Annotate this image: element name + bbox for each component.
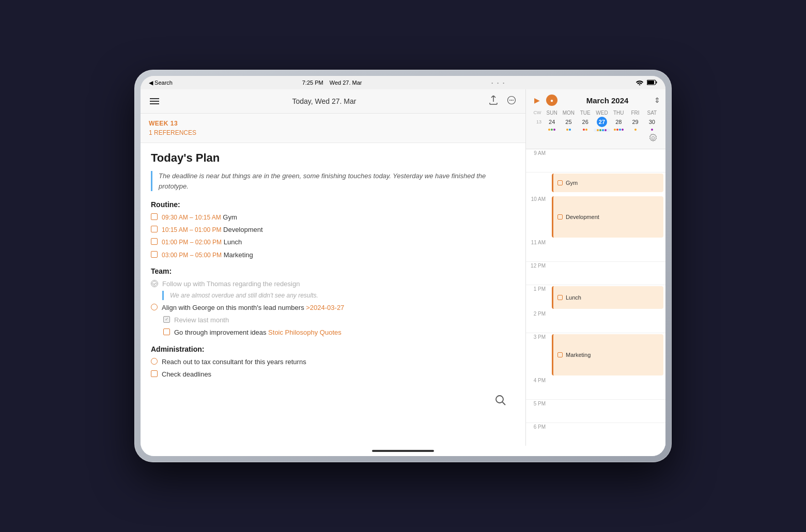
task-checkbox-gym[interactable] xyxy=(151,213,158,220)
event-checkbox-lunch[interactable] xyxy=(557,295,563,300)
task-checkbox-deadlines[interactable] xyxy=(151,370,158,377)
notes-body[interactable]: Today's Plan The deadline is near but th… xyxy=(141,143,525,446)
cal-dots-29 xyxy=(627,129,643,132)
task-done-circle[interactable] xyxy=(151,280,158,287)
team-section: Team: Follow up with Thomas regarding th… xyxy=(151,267,515,338)
device-frame: ◀ Search 7:25 PM Wed 27. Mar • • • xyxy=(134,70,672,462)
task-checkbox-lunch[interactable] xyxy=(151,238,158,245)
time-slot-9am xyxy=(550,149,665,172)
day-header-sat: SAT xyxy=(644,110,660,116)
time-row-5pm: 5 PM xyxy=(526,400,665,423)
task-george: Align with George on this month's lead n… xyxy=(151,303,515,312)
time-slot-2pm xyxy=(550,310,665,333)
time-label-9am: 9 AM xyxy=(526,149,550,156)
time-row-11am: 11 AM xyxy=(526,239,665,262)
time-row-9am: 9 AM xyxy=(526,149,665,173)
svg-line-9 xyxy=(503,402,506,405)
status-time: 7:25 PM xyxy=(302,80,323,86)
time-row-12pm: 12 PM xyxy=(526,262,665,285)
blockquote: The deadline is near but things are in t… xyxy=(151,171,515,191)
day-header-wed: WED xyxy=(594,110,610,116)
cal-forward-button[interactable]: ▶ xyxy=(531,95,543,105)
svg-rect-2 xyxy=(656,81,657,83)
cal-day-24[interactable]: 24 xyxy=(544,118,560,126)
event-development[interactable]: Development xyxy=(552,196,663,238)
calendar-panel: ▶ ● March 2024 ⇕ CW SUN MON TUE WED THU xyxy=(526,89,665,446)
task-lunch: 01:00 PM – 02:00 PM Lunch xyxy=(151,238,515,247)
time-label-1pm: 1 PM xyxy=(526,285,550,292)
time-label-gym-empty xyxy=(526,173,550,174)
stoic-link[interactable]: Stoic Philosophy Quotes xyxy=(268,328,342,336)
cw-header: CW xyxy=(531,110,544,116)
task-thomas: Follow up with Thomas regarding the rede… xyxy=(151,279,515,300)
event-lunch[interactable]: Lunch xyxy=(552,286,663,309)
menu-button[interactable] xyxy=(148,96,161,106)
mini-calendar: ▶ ● March 2024 ⇕ CW SUN MON TUE WED THU xyxy=(526,89,665,149)
cal-expand-button[interactable]: ⇕ xyxy=(654,96,660,104)
svg-rect-1 xyxy=(647,81,654,84)
more-button[interactable] xyxy=(505,93,518,109)
date-link[interactable]: >2024-03-27 xyxy=(306,304,344,311)
cal-nav: ▶ ● March 2024 ⇕ xyxy=(531,95,660,106)
event-label-marketing: Marketing xyxy=(566,352,591,358)
cal-day-30[interactable]: 30 xyxy=(644,118,660,126)
task-review: ✓ Review last month xyxy=(163,316,515,325)
event-checkbox-marketing[interactable] xyxy=(557,352,563,357)
time-row-6pm: 6 PM xyxy=(526,423,665,446)
cal-grid: CW SUN MON TUE WED THU FRI SAT 13 xyxy=(531,110,660,132)
routine-section: Routine: 09:30 AM – 10:15 AM Gym 10:15 A… xyxy=(151,200,515,260)
event-label-dev: Development xyxy=(566,214,599,220)
svg-point-5 xyxy=(511,100,512,101)
back-nav[interactable]: ◀ Search xyxy=(149,80,173,86)
task-checkbox-improvement[interactable] xyxy=(163,328,170,335)
week-label[interactable]: WEEK 13 xyxy=(149,120,517,127)
time-label-11am: 11 AM xyxy=(526,239,550,245)
cal-dots-30 xyxy=(644,129,660,132)
routine-title: Routine: xyxy=(151,200,515,209)
time-slot-5pm xyxy=(550,400,665,423)
time-label-6pm: 6 PM xyxy=(526,423,550,430)
cal-day-29[interactable]: 29 xyxy=(627,118,643,126)
settings-button[interactable] xyxy=(649,134,657,144)
cal-day-26[interactable]: 26 xyxy=(577,118,594,126)
references-label[interactable]: 1 REFERENCES xyxy=(149,129,517,136)
cal-day-27-today[interactable]: 27 xyxy=(597,117,607,127)
time-slot-6pm xyxy=(550,423,665,446)
svg-point-7 xyxy=(152,281,157,286)
admin-section: Administration: Reach out to tax consult… xyxy=(151,345,515,379)
wifi-icon xyxy=(636,79,644,86)
time-slot-1pm: Lunch xyxy=(550,285,665,310)
task-checkbox-review[interactable]: ✓ xyxy=(163,316,170,323)
time-row-1pm: 1 PM Lunch xyxy=(526,285,665,310)
time-slot-11am xyxy=(550,239,665,261)
cal-dots-25 xyxy=(560,129,577,132)
notes-toolbar: Today, Wed 27. Mar xyxy=(141,89,525,114)
task-marketing: 03:00 PM – 05:00 PM Marketing xyxy=(151,251,515,260)
search-fab-button[interactable] xyxy=(491,393,510,411)
day-header-tue: TUE xyxy=(577,110,594,116)
share-button[interactable] xyxy=(487,93,500,109)
cal-dots-row-13 xyxy=(531,128,660,132)
day-header-thu: THU xyxy=(610,110,627,116)
cal-dots-27 xyxy=(594,129,610,132)
cal-day-28[interactable]: 28 xyxy=(610,118,627,126)
day-header-sun: SUN xyxy=(544,110,560,116)
cw-13: 13 xyxy=(531,119,544,124)
task-circle-tax[interactable] xyxy=(151,358,158,365)
cal-dots-24 xyxy=(544,129,560,132)
app-content: Today, Wed 27. Mar WEEK 13 1 REFERENCES xyxy=(141,89,665,446)
svg-point-6 xyxy=(513,100,514,101)
cal-settings-row xyxy=(531,133,660,146)
cal-day-25[interactable]: 25 xyxy=(560,118,577,126)
home-indicator-bar xyxy=(141,446,665,456)
cal-header-row: CW SUN MON TUE WED THU FRI SAT xyxy=(531,110,660,116)
event-gym[interactable]: Gym xyxy=(552,174,663,192)
task-circle-george[interactable] xyxy=(151,304,158,310)
event-checkbox-gym[interactable] xyxy=(557,180,563,185)
event-checkbox-dev[interactable] xyxy=(557,214,563,220)
day-view[interactable]: 9 AM Gym xyxy=(526,149,665,446)
event-marketing[interactable]: Marketing xyxy=(552,334,663,375)
task-checkbox-dev[interactable] xyxy=(151,226,158,232)
task-checkbox-marketing[interactable] xyxy=(151,251,158,258)
section-title: Today's Plan xyxy=(151,151,515,165)
